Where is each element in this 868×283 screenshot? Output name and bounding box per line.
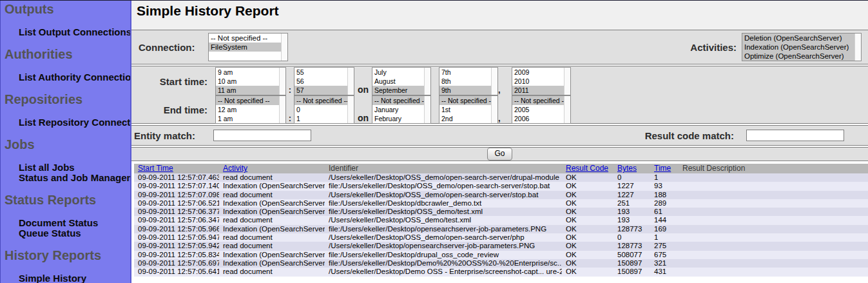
sidebar-item-queue-status[interactable]: Queue Status bbox=[19, 228, 130, 239]
option-11-am[interactable]: 11 am bbox=[216, 86, 279, 95]
sidebar-item-status-and-job-management[interactable]: Status and Job Management bbox=[19, 173, 130, 183]
sidebar-item-list-repository-connections[interactable]: List Repository Connections bbox=[19, 117, 130, 128]
option-not-specified[interactable]: -- Not specified -- bbox=[209, 34, 281, 43]
activities-listbox[interactable]: Deletion (OpenSearchServer)Indexation (O… bbox=[742, 33, 862, 61]
end-time-hour-listbox-scrollbar[interactable] bbox=[279, 96, 285, 123]
column-header-bytes[interactable]: Bytes bbox=[613, 164, 650, 173]
entity-match-input[interactable] bbox=[213, 130, 311, 141]
end-time-day-listbox[interactable]: -- Not specified --1st2nd bbox=[439, 95, 498, 124]
table-row: 09-09-2011 12:57:07.463read document/Use… bbox=[134, 173, 868, 182]
option-0[interactable]: 0 bbox=[294, 105, 347, 114]
option-7th[interactable]: 7th bbox=[439, 68, 491, 77]
cell-result-code: OK bbox=[562, 225, 613, 233]
activities-listbox-scrollbar[interactable] bbox=[854, 34, 861, 61]
option-12-am[interactable]: 12 am bbox=[216, 105, 279, 114]
option-filesystem[interactable]: FileSystem bbox=[209, 43, 281, 52]
end-time-minute-listbox-scrollbar[interactable] bbox=[347, 96, 354, 123]
option-2009[interactable]: 2009 bbox=[512, 68, 564, 77]
column-header-result-code[interactable]: Result Code bbox=[562, 164, 613, 173]
cell-result-description bbox=[679, 268, 868, 276]
table-row: 09-09-2011 12:57:05.641read document/Use… bbox=[134, 268, 868, 276]
option-9-am[interactable]: 9 am bbox=[216, 68, 279, 77]
end-time-year-listbox[interactable]: -- Not specified --20052006 bbox=[512, 95, 571, 124]
cell-start-time: 09-09-2011 12:57:07.463 bbox=[134, 173, 219, 182]
option-8th[interactable]: 8th bbox=[439, 77, 491, 86]
option-10-am[interactable]: 10 am bbox=[216, 77, 279, 86]
option-not-specified[interactable]: -- Not specified -- bbox=[439, 96, 491, 105]
column-header-activity[interactable]: Activity bbox=[219, 164, 325, 173]
start-time-day-listbox-scrollbar[interactable] bbox=[491, 68, 497, 95]
column-header-link-time[interactable]: Time bbox=[654, 164, 671, 173]
sidebar-item-simple-history[interactable]: Simple History bbox=[19, 273, 130, 283]
option-not-specified[interactable]: -- Not specified -- bbox=[372, 96, 424, 105]
option-2006[interactable]: 2006 bbox=[512, 114, 564, 123]
option-not-specified[interactable]: -- Not specified -- bbox=[216, 96, 279, 105]
start-time-day-listbox[interactable]: 7th8th9th bbox=[439, 67, 498, 95]
start-time-month-listbox-scrollbar[interactable] bbox=[424, 68, 430, 95]
on-separator: on bbox=[354, 113, 372, 124]
cell-time: 289 bbox=[650, 199, 679, 208]
cell-activity: read document bbox=[219, 242, 325, 250]
column-header-time[interactable]: Time bbox=[650, 164, 679, 173]
sidebar-item-list-all-jobs[interactable]: List all Jobs bbox=[19, 162, 130, 173]
column-header-start-time[interactable]: Start Time bbox=[134, 164, 219, 173]
column-header-link-start-time[interactable]: Start Time bbox=[138, 164, 173, 173]
option-july[interactable]: July bbox=[372, 68, 424, 77]
option-optimize-opensearchserver[interactable]: Optimize (OpenSearchServer) bbox=[742, 52, 854, 61]
option-deletion-opensearchserver[interactable]: Deletion (OpenSearchServer) bbox=[742, 34, 854, 43]
option-56[interactable]: 56 bbox=[294, 77, 347, 86]
start-time-hour-listbox[interactable]: 9 am10 am11 am bbox=[215, 67, 286, 95]
start-time-year-listbox-scrollbar[interactable] bbox=[564, 68, 570, 95]
start-time-year-listbox[interactable]: 200920102011 bbox=[512, 67, 571, 95]
end-time-hour-listbox[interactable]: -- Not specified --12 am1 am bbox=[215, 95, 286, 124]
column-header-result-description: Result Description bbox=[679, 164, 868, 173]
option-january[interactable]: January bbox=[372, 105, 424, 114]
start-time-hour-listbox-scrollbar[interactable] bbox=[279, 68, 285, 95]
option-august[interactable]: August bbox=[372, 77, 424, 86]
column-header-link-bytes[interactable]: Bytes bbox=[617, 164, 637, 173]
option-2010[interactable]: 2010 bbox=[512, 77, 564, 86]
cell-result-code: OK bbox=[562, 182, 613, 190]
cell-time: 321 bbox=[650, 259, 679, 268]
start-time-minute-listbox-scrollbar[interactable] bbox=[347, 68, 354, 95]
option-1-am[interactable]: 1 am bbox=[216, 114, 279, 123]
comma-separator: , bbox=[498, 85, 504, 95]
cell-result-description bbox=[679, 182, 868, 190]
option-february[interactable]: February bbox=[372, 114, 424, 123]
option-2011[interactable]: 2011 bbox=[512, 86, 564, 95]
start-time-month-listbox[interactable]: JulyAugustSeptember bbox=[372, 67, 431, 95]
cell-time: 188 bbox=[650, 191, 679, 199]
column-header-link-activity[interactable]: Activity bbox=[223, 164, 247, 173]
table-row: 09-09-2011 12:57:05.966Indexation (OpenS… bbox=[134, 225, 868, 233]
sidebar-item-list-authority-connections[interactable]: List Authority Connections bbox=[19, 72, 130, 83]
go-button[interactable]: Go bbox=[487, 148, 512, 161]
option-2005[interactable]: 2005 bbox=[512, 105, 564, 114]
end-time-day-listbox-options: -- Not specified --1st2nd bbox=[439, 96, 491, 123]
end-time-minute-listbox[interactable]: -- Not specified --01 bbox=[294, 95, 354, 124]
option-55[interactable]: 55 bbox=[294, 68, 347, 77]
option-1st[interactable]: 1st bbox=[439, 105, 491, 114]
start-time-day-listbox-options: 7th8th9th bbox=[439, 68, 491, 95]
option-57[interactable]: 57 bbox=[294, 86, 347, 95]
cell-result-description bbox=[679, 199, 868, 208]
option-not-specified[interactable]: -- Not specified -- bbox=[294, 96, 347, 105]
connection-listbox-scrollbar[interactable] bbox=[281, 34, 287, 61]
option-indexation-opensearchserver[interactable]: Indexation (OpenSearchServer) bbox=[742, 43, 854, 52]
end-time-day-listbox-scrollbar[interactable] bbox=[491, 96, 497, 123]
option-2nd[interactable]: 2nd bbox=[439, 114, 491, 123]
option-not-specified[interactable]: -- Not specified -- bbox=[512, 96, 564, 105]
cell-start-time: 09-09-2011 12:57:05.834 bbox=[134, 251, 219, 259]
sidebar-item-document-status[interactable]: Document Status bbox=[19, 218, 130, 228]
cell-start-time: 09-09-2011 12:57:05.966 bbox=[134, 225, 219, 233]
sidebar-item-list-output-connections[interactable]: List Output Connections bbox=[19, 27, 130, 37]
option-9th[interactable]: 9th bbox=[439, 86, 491, 95]
column-header-link-result-code[interactable]: Result Code bbox=[566, 164, 608, 173]
option-1[interactable]: 1 bbox=[294, 114, 347, 123]
connection-listbox[interactable]: -- Not specified --FileSystem bbox=[208, 33, 288, 61]
option-september[interactable]: September bbox=[372, 86, 424, 95]
result-code-match-input[interactable] bbox=[746, 130, 844, 141]
end-time-month-listbox[interactable]: -- Not specified --JanuaryFebruary bbox=[372, 95, 431, 124]
start-time-minute-listbox[interactable]: 555657 bbox=[294, 67, 354, 95]
end-time-year-listbox-scrollbar[interactable] bbox=[564, 96, 570, 123]
end-time-month-listbox-scrollbar[interactable] bbox=[424, 96, 430, 123]
